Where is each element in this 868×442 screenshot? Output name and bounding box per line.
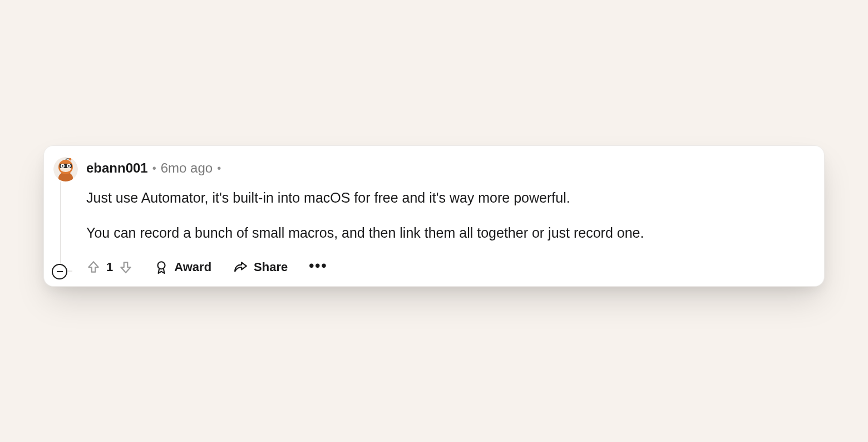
timestamp: 6mo ago: [161, 160, 213, 176]
award-button[interactable]: Award: [154, 260, 211, 274]
page-background: ebann001 • 6mo ago • Just use Automator,…: [0, 0, 868, 442]
vote-group: 1: [86, 260, 133, 274]
svg-point-10: [69, 158, 72, 161]
svg-point-11: [158, 262, 165, 269]
comment-main-column: ebann001 • 6mo ago • Just use Automator,…: [83, 156, 808, 279]
avatar[interactable]: [53, 157, 78, 181]
more-options-button[interactable]: •••: [309, 257, 327, 278]
ellipsis-icon: •••: [309, 257, 327, 274]
vote-count: 1: [106, 260, 113, 274]
share-icon: [233, 260, 248, 274]
comment-body: Just use Automator, it's built-in into m…: [86, 180, 808, 255]
svg-point-9: [68, 165, 70, 167]
collapse-thread-button[interactable]: [52, 264, 67, 279]
award-icon: [154, 260, 169, 274]
comment-card: ebann001 • 6mo ago • Just use Automator,…: [43, 145, 825, 287]
comment-inner: ebann001 • 6mo ago • Just use Automator,…: [44, 156, 808, 279]
upvote-button[interactable]: [86, 260, 101, 274]
svg-point-8: [62, 165, 63, 167]
svg-rect-2: [62, 174, 70, 179]
minus-icon: [57, 271, 63, 272]
comment-paragraph: You can record a bunch of small macros, …: [86, 223, 808, 243]
award-label: Award: [174, 260, 211, 274]
share-label: Share: [254, 260, 288, 274]
share-button[interactable]: Share: [233, 260, 288, 274]
username-link[interactable]: ebann001: [86, 160, 148, 176]
comment-left-column: [44, 156, 83, 279]
comment-meta: ebann001 • 6mo ago •: [86, 156, 808, 180]
comment-actions: 1: [86, 255, 808, 279]
thread-line: [60, 181, 61, 262]
meta-separator: •: [152, 163, 156, 174]
comment-paragraph: Just use Automator, it's built-in into m…: [86, 188, 808, 208]
downvote-button[interactable]: [119, 260, 133, 274]
meta-separator: •: [217, 163, 221, 174]
